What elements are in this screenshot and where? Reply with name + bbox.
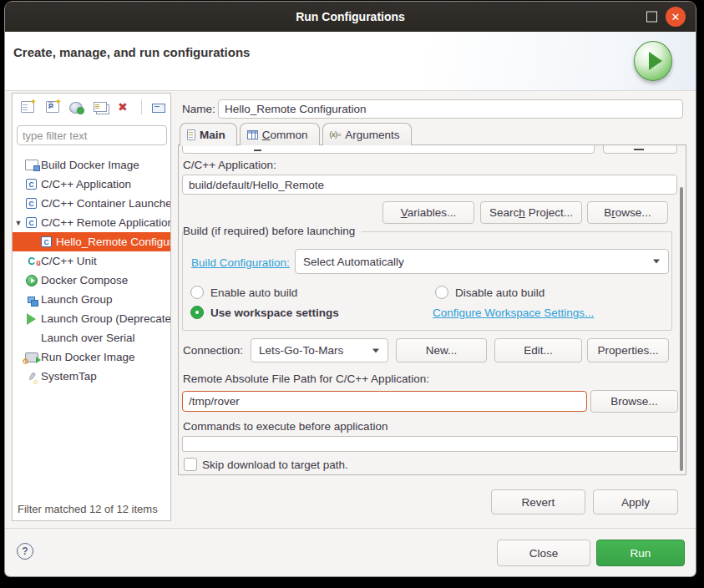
name-label: Name: (182, 103, 215, 115)
close-icon[interactable]: ✕ (666, 7, 686, 27)
close-button[interactable]: Close (497, 540, 590, 566)
revert-button[interactable]: Revert (491, 489, 585, 514)
tab-arguments[interactable]: (x)= Arguments (322, 123, 412, 145)
maximize-icon[interactable] (646, 12, 657, 23)
remote-path-input[interactable] (182, 391, 587, 412)
chevron-down-icon (653, 260, 660, 264)
run-banner-icon (634, 41, 672, 81)
tree-item-c-remote-application[interactable]: ▼ C C/C++ Remote Application (13, 213, 170, 232)
browse-application-button[interactable]: Browse... (587, 201, 668, 224)
run-button[interactable]: Run (596, 540, 685, 566)
build-configuration-link[interactable]: Build Configuration: (191, 256, 290, 269)
project-browse-fragment[interactable] (603, 144, 677, 154)
project-field-fragment[interactable] (182, 144, 595, 154)
connection-combo[interactable]: Lets-Go-To-Mars (251, 338, 388, 362)
tree-item-run-docker-image[interactable]: Run Docker Image (13, 347, 170, 367)
configuration-editor: Name: Main Common (x)= Arguments C/C++ A… (178, 99, 692, 521)
tree-item-docker-compose[interactable]: Docker Compose (13, 271, 170, 290)
delete-icon[interactable]: ✖ (118, 100, 131, 114)
c-application-icon: C (41, 236, 52, 247)
main-tab-content: C/C++ Application: Variables... Search P… (178, 144, 686, 475)
table-icon (247, 130, 258, 139)
remote-path-label: Remote Absolute File Path for C/C++ Appl… (183, 373, 429, 385)
chevron-down-icon (372, 348, 379, 352)
edit-connection-button[interactable]: Edit... (494, 338, 582, 362)
launch-group-icon (28, 297, 35, 303)
skip-download-checkbox[interactable] (184, 458, 197, 471)
enable-auto-build-label: Enable auto build (210, 286, 297, 299)
toolbar-separator (141, 99, 142, 114)
document-icon (187, 129, 195, 140)
c-application-icon: C (26, 217, 37, 228)
header-title: Create, manage, and run configurations (13, 45, 250, 59)
tab-common[interactable]: Common (240, 123, 320, 145)
filter-input[interactable] (17, 125, 167, 145)
new-prototype-icon[interactable] (46, 101, 59, 113)
help-icon[interactable]: ? (17, 543, 33, 560)
tree-item-launch-over-serial[interactable]: Launch over Serial (13, 328, 170, 347)
connection-label: Connection: (183, 344, 243, 357)
collapse-all-icon[interactable] (152, 104, 165, 113)
configurations-tree: Build Docker Image C C/C++ Application C… (13, 155, 170, 386)
disable-auto-build-label: Disable auto build (455, 286, 544, 299)
systemtap-icon: ✎ (25, 371, 38, 382)
build-group-legend: Build (if required) before launching (183, 225, 362, 237)
dialog-header: Create, manage, and run configurations (5, 32, 696, 91)
tab-main[interactable]: Main (180, 123, 237, 146)
browse-remote-path-button[interactable]: Browse... (590, 390, 678, 413)
play-triangle-icon (27, 313, 36, 325)
build-configuration-combo[interactable]: Select Automatically (295, 249, 669, 274)
tab-bar: Main Common (x)= Arguments (180, 123, 414, 145)
commands-input[interactable] (182, 436, 678, 452)
arguments-icon: (x)= (330, 130, 342, 139)
tree-item-systemtap[interactable]: ✎ SystemTap (13, 367, 170, 386)
run-configurations-dialog: Run Configurations ✕ Create, manage, and… (5, 2, 696, 576)
connection-properties-button[interactable]: Properties... (587, 338, 669, 362)
export-configurations-icon[interactable] (69, 102, 83, 114)
filter-status: Filter matched 12 of 12 items (18, 503, 170, 515)
vertical-scrollbar[interactable] (680, 187, 683, 471)
docker-build-icon (25, 160, 38, 170)
tree-item-launch-group[interactable]: Launch Group (13, 290, 170, 309)
docker-run-icon (25, 352, 38, 362)
footer-separator (5, 528, 696, 529)
search-project-button[interactable]: Search Project... (480, 201, 582, 224)
application-label: C/C++ Application: (183, 159, 276, 171)
skip-download-label: Skip download to target path. (202, 459, 348, 471)
play-circle-icon (26, 275, 38, 286)
commands-label: Commands to execute before application (183, 420, 387, 433)
tree-item-c-unit[interactable]: C C/C++ Unit (13, 251, 170, 271)
disable-auto-build-radio[interactable] (435, 286, 448, 299)
tree-item-c-container-launcher[interactable]: C C/C++ Container Launcher (13, 194, 170, 213)
name-input[interactable] (218, 99, 683, 119)
sidebar-toolbar: ✖ (13, 94, 170, 120)
tree-item-launch-group-deprecated[interactable]: Launch Group (Deprecated) (13, 309, 170, 328)
use-workspace-settings-radio[interactable] (190, 306, 204, 319)
application-path-input[interactable] (182, 175, 677, 195)
titlebar: Run Configurations ✕ (5, 2, 696, 32)
use-workspace-settings-label: Use workspace settings (210, 307, 339, 319)
tree-item-c-application[interactable]: C C/C++ Application (13, 175, 170, 194)
expander-icon[interactable]: ▼ (13, 219, 24, 227)
tree-item-hello-remote-configuration[interactable]: C Hello_Remote Configuration (13, 232, 170, 251)
new-connection-button[interactable]: New... (396, 338, 487, 362)
configure-workspace-settings-link[interactable]: Configure Workspace Settings... (433, 307, 594, 319)
configurations-sidebar: ✖ Build Docker Image C C/C++ Application… (12, 93, 171, 521)
window-title: Run Configurations (296, 10, 405, 23)
variables-button[interactable]: Variables... (382, 201, 474, 224)
c-application-icon: C (26, 179, 37, 190)
tree-item-build-docker-image[interactable]: Build Docker Image (13, 155, 170, 175)
apply-button[interactable]: Apply (593, 489, 678, 514)
duplicate-icon[interactable] (94, 102, 107, 112)
c-unit-icon: C (28, 256, 35, 267)
build-group: Build (if required) before launching Bui… (182, 231, 672, 331)
enable-auto-build-radio[interactable] (190, 286, 204, 299)
new-configuration-icon[interactable] (21, 101, 34, 113)
c-application-icon: C (26, 198, 37, 209)
